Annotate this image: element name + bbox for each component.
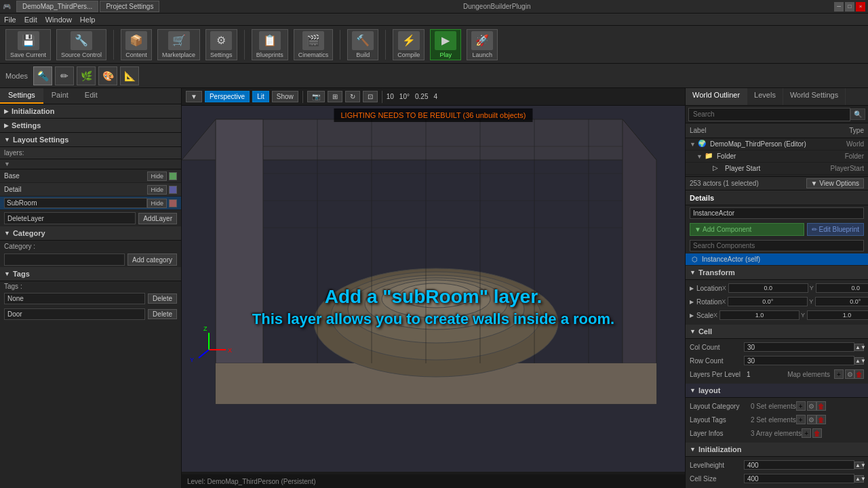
view-options-button[interactable]: ▼ View Options bbox=[806, 178, 864, 188]
close-button[interactable]: × bbox=[856, 2, 865, 12]
layout-tags-settings-button[interactable]: ⚙ bbox=[807, 415, 816, 424]
level-height-spinner[interactable]: ▲▼ bbox=[854, 462, 864, 469]
cell-size-spinner[interactable]: ▲▼ bbox=[854, 475, 864, 483]
outliner-search-input[interactable] bbox=[688, 108, 850, 121]
layout-category-add-button[interactable]: + bbox=[796, 401, 806, 411]
rotation-y-input[interactable] bbox=[815, 297, 868, 306]
layers-per-level-add-button[interactable]: + bbox=[834, 369, 844, 379]
3d-scene[interactable]: X Z Y bbox=[182, 106, 685, 472]
paint-mode-button[interactable]: 🎨 bbox=[98, 66, 117, 85]
outliner-search-button[interactable]: 🔍 bbox=[850, 108, 865, 120]
build-button[interactable]: 🔨 Build bbox=[347, 29, 378, 60]
scale-snap-button[interactable]: ⊡ bbox=[363, 91, 378, 102]
scale-y-input[interactable] bbox=[807, 310, 868, 320]
init-detail-header[interactable]: ▼ Initialization bbox=[686, 443, 868, 457]
layer-subroom-hide-button[interactable]: Hide bbox=[147, 199, 167, 208]
rotation-x-input[interactable] bbox=[728, 297, 808, 306]
layout-tags-add-button[interactable]: + bbox=[796, 415, 806, 424]
menu-edit[interactable]: Edit bbox=[24, 16, 37, 24]
layer-infos-delete-button[interactable]: 🗑 bbox=[812, 428, 822, 438]
save-current-button[interactable]: 💾 Save Current bbox=[5, 29, 51, 60]
tag-door-delete-button[interactable]: Delete bbox=[148, 309, 177, 319]
outliner-item-root[interactable]: ▼ 🌍 DemoMap_ThirdPerson (Editor) World bbox=[686, 138, 868, 150]
cell-section-header[interactable]: ▼ Cell bbox=[686, 325, 868, 339]
layer-base-hide-button[interactable]: Hide bbox=[147, 171, 167, 181]
layout-category-settings-button[interactable]: ⚙ bbox=[807, 401, 816, 411]
select-mode-button[interactable]: 🔦 bbox=[33, 66, 52, 85]
menu-file[interactable]: File bbox=[4, 16, 16, 24]
actor-name-input[interactable] bbox=[690, 207, 864, 219]
tab-edit[interactable]: Edit bbox=[77, 88, 106, 104]
grid-snap-button[interactable]: ⊞ bbox=[328, 91, 342, 102]
outliner-item-playerstart[interactable]: ▷ Player Start PlayerStart bbox=[686, 163, 868, 175]
foliage-mode-button[interactable]: 🌿 bbox=[77, 66, 96, 85]
source-control-button[interactable]: 🔧 Source Control bbox=[56, 29, 106, 60]
maximize-button[interactable]: □ bbox=[845, 2, 854, 12]
geometry-mode-button[interactable]: 📐 bbox=[120, 66, 139, 85]
marketplace-button[interactable]: 🛒 Marketplace bbox=[157, 29, 200, 60]
layers-per-level-delete-button[interactable]: 🗑 bbox=[854, 369, 864, 379]
layers-per-level-settings-button[interactable]: ⚙ bbox=[845, 369, 854, 379]
rotation-snap-button[interactable]: ↻ bbox=[345, 91, 360, 102]
layout-tags-delete-button[interactable]: 🗑 bbox=[816, 415, 826, 424]
initialization-section-header[interactable]: ▶ Initialization bbox=[0, 104, 181, 119]
add-layer-button[interactable]: AddLayer bbox=[138, 213, 177, 224]
tab-project-settings[interactable]: Project Settings bbox=[100, 1, 159, 12]
cinematics-button[interactable]: 🎬 Cinematics bbox=[294, 29, 334, 60]
minimize-button[interactable]: ─ bbox=[834, 2, 844, 12]
perspective-button[interactable]: Perspective bbox=[205, 91, 250, 102]
tag-door-input[interactable] bbox=[4, 308, 145, 320]
layer-subroom-input[interactable] bbox=[4, 198, 147, 208]
layout-category-delete-button[interactable]: 🗑 bbox=[816, 401, 826, 411]
compile-button[interactable]: ⚡ Compile bbox=[393, 29, 425, 60]
tag-none-input[interactable] bbox=[4, 293, 145, 304]
tab-world-outliner[interactable]: World Outliner bbox=[686, 88, 747, 105]
category-section-header[interactable]: ▼ Category bbox=[0, 226, 181, 241]
row-count-input[interactable] bbox=[744, 356, 854, 365]
tags-section-header[interactable]: ▼ Tags bbox=[0, 267, 181, 281]
location-y-input[interactable] bbox=[816, 283, 868, 293]
location-x-input[interactable] bbox=[728, 283, 808, 293]
component-self[interactable]: ⬡ InstanceActor (self) bbox=[686, 253, 868, 266]
outliner-item-folder1[interactable]: ▼ 📁 Folder Folder bbox=[686, 150, 868, 163]
level-height-input[interactable] bbox=[744, 460, 854, 470]
camera-button[interactable]: 📷 bbox=[307, 91, 325, 102]
row-count-spinner[interactable]: ▲▼ bbox=[854, 357, 864, 365]
init-arrow-icon: ▶ bbox=[4, 108, 9, 115]
layout-settings-section-header[interactable]: ▼ Layout Settings bbox=[0, 133, 181, 147]
layer-detail-hide-button[interactable]: Hide bbox=[147, 185, 167, 195]
col-count-input[interactable] bbox=[744, 342, 854, 352]
settings-button[interactable]: ⚙ Settings bbox=[205, 29, 237, 60]
transform-section-header[interactable]: ▼ Transform bbox=[686, 266, 868, 280]
category-input[interactable] bbox=[4, 253, 125, 266]
tab-settings[interactable]: Settings bbox=[0, 88, 43, 104]
lit-button[interactable]: Lit bbox=[252, 91, 269, 102]
edit-blueprint-button[interactable]: ✏ Edit Blueprint bbox=[807, 223, 864, 236]
show-button[interactable]: Show bbox=[272, 91, 298, 102]
tab-world-settings[interactable]: World Settings bbox=[783, 88, 846, 105]
scale-x-input[interactable] bbox=[719, 310, 800, 320]
landscape-mode-button[interactable]: ✏ bbox=[55, 66, 74, 85]
add-category-button[interactable]: Add category bbox=[127, 253, 177, 266]
settings-section-header[interactable]: ▶ Settings bbox=[0, 119, 181, 133]
col-count-spinner[interactable]: ▲▼ bbox=[854, 344, 864, 351]
launch-button[interactable]: 🚀 Launch bbox=[467, 29, 498, 60]
blueprints-button[interactable]: 📋 Blueprints bbox=[252, 29, 288, 60]
tag-none-delete-button[interactable]: Delete bbox=[148, 293, 177, 304]
layout-detail-header[interactable]: ▼ layout bbox=[686, 384, 868, 398]
menu-help[interactable]: Help bbox=[80, 16, 96, 24]
play-button[interactable]: ▶ Play bbox=[430, 29, 461, 60]
tab-levels[interactable]: Levels bbox=[747, 88, 783, 105]
add-component-button[interactable]: ▼ Add Component bbox=[690, 223, 804, 236]
menu-window[interactable]: Window bbox=[45, 16, 72, 24]
content-button[interactable]: 📦 Content bbox=[121, 29, 152, 60]
layer-delete-input[interactable] bbox=[4, 212, 136, 224]
tab-paint[interactable]: Paint bbox=[43, 88, 77, 104]
cell-size-input[interactable] bbox=[744, 474, 854, 483]
layer-infos-add-button[interactable]: + bbox=[802, 428, 811, 438]
viewport[interactable]: ▼ Perspective Lit Show 📷 ⊞ ↻ ⊡ 10 10° 0.… bbox=[182, 88, 685, 488]
component-search-input[interactable] bbox=[690, 240, 864, 251]
viewport-dropdown-button[interactable]: ▼ bbox=[186, 91, 202, 102]
layers-expand[interactable]: ▼ bbox=[0, 159, 181, 169]
tab-demomap[interactable]: DemoMap_ThirdPers... bbox=[16, 1, 98, 12]
